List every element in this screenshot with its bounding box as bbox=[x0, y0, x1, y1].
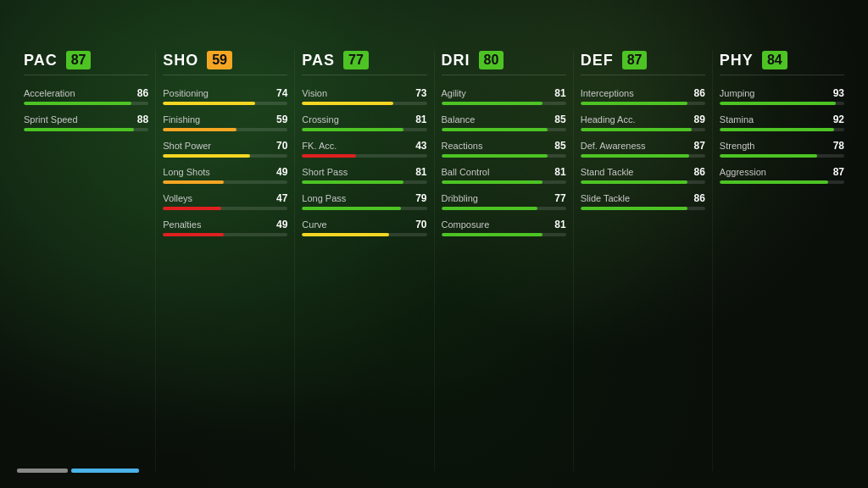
stat-value: 86 bbox=[694, 87, 705, 99]
stat-item: Stand Tackle86 bbox=[581, 166, 705, 184]
stat-bar-fill bbox=[24, 102, 131, 105]
stat-bar-fill bbox=[442, 180, 542, 184]
stat-label: Balance bbox=[442, 114, 476, 125]
stat-bar-fill bbox=[581, 154, 689, 158]
stat-bar-track bbox=[163, 233, 287, 236]
category-score-pas: 77 bbox=[343, 51, 369, 69]
stat-row: Crossing81 bbox=[302, 114, 426, 125]
stat-row: Curve70 bbox=[302, 219, 426, 230]
stat-item: FK. Acc.43 bbox=[302, 140, 426, 158]
stat-label: Slide Tackle bbox=[581, 193, 631, 203]
stat-bar-fill bbox=[581, 180, 688, 184]
stat-value: 86 bbox=[694, 192, 705, 204]
stat-bar-fill bbox=[163, 128, 236, 131]
bottom-bar bbox=[17, 469, 139, 473]
stat-label: Shot Power bbox=[163, 141, 211, 151]
category-def: DEF87Interceptions86Heading Acc.89Def. A… bbox=[574, 51, 713, 471]
stat-row: Jumping93 bbox=[720, 87, 844, 99]
stat-label: Strength bbox=[720, 141, 755, 151]
stat-item: Long Shots49 bbox=[163, 166, 287, 184]
category-header-phy: PHY84 bbox=[720, 51, 844, 75]
stat-bar-fill bbox=[302, 154, 355, 158]
stat-item: Finishing59 bbox=[163, 114, 287, 131]
stat-row: Interceptions86 bbox=[581, 87, 705, 99]
stat-bar-fill bbox=[442, 128, 548, 131]
stat-label: Sprint Speed bbox=[24, 114, 78, 125]
stat-bar-track bbox=[581, 128, 705, 131]
stat-bar-fill bbox=[720, 102, 836, 105]
stat-item: Shot Power70 bbox=[163, 140, 287, 158]
stat-label: Heading Acc. bbox=[581, 114, 636, 125]
stat-item: Vision73 bbox=[302, 87, 426, 105]
category-name-pac: PAC bbox=[24, 52, 58, 69]
stat-value: 77 bbox=[554, 192, 565, 204]
stat-value: 87 bbox=[833, 166, 844, 178]
stat-item: Short Pass81 bbox=[302, 166, 426, 184]
stat-label: Reactions bbox=[442, 141, 483, 151]
stat-value: 81 bbox=[554, 166, 565, 178]
stat-bar-fill bbox=[163, 180, 224, 184]
stat-value: 85 bbox=[554, 114, 565, 125]
stat-bar-track bbox=[442, 180, 566, 184]
stat-value: 86 bbox=[694, 166, 705, 178]
stat-bar-track bbox=[720, 102, 844, 105]
stat-label: Stamina bbox=[720, 114, 754, 125]
stat-row: Short Pass81 bbox=[302, 166, 426, 178]
stat-value: 81 bbox=[554, 219, 565, 230]
stat-bar-track bbox=[163, 102, 287, 105]
stat-row: Heading Acc.89 bbox=[581, 114, 705, 125]
category-score-sho: 59 bbox=[207, 51, 232, 69]
stat-value: 87 bbox=[694, 140, 705, 152]
stat-label: Short Pass bbox=[302, 167, 348, 177]
stat-label: Penalties bbox=[163, 219, 201, 230]
stat-bar-track bbox=[720, 128, 844, 131]
stat-item: Composure81 bbox=[442, 219, 566, 236]
stat-bar-fill bbox=[442, 102, 542, 105]
stat-item: Aggression87 bbox=[720, 166, 844, 184]
category-header-sho: SHO59 bbox=[163, 51, 287, 75]
stat-value: 74 bbox=[276, 87, 287, 99]
stat-value: 85 bbox=[554, 140, 565, 152]
stat-item: Positioning74 bbox=[163, 87, 287, 105]
stat-value: 81 bbox=[415, 166, 426, 178]
category-score-pac: 87 bbox=[66, 51, 92, 69]
stat-label: Finishing bbox=[163, 114, 200, 125]
category-header-dri: DRI80 bbox=[442, 51, 566, 75]
stat-bar-fill bbox=[720, 154, 817, 158]
stat-value: 70 bbox=[415, 219, 426, 230]
stat-item: Strength78 bbox=[720, 140, 844, 158]
stat-row: Aggression87 bbox=[720, 166, 844, 178]
stat-row: Shot Power70 bbox=[163, 140, 287, 152]
stat-item: Acceleration86 bbox=[24, 87, 148, 105]
category-score-phy: 84 bbox=[762, 51, 787, 69]
bottom-segment-1 bbox=[71, 469, 139, 473]
category-name-phy: PHY bbox=[720, 52, 754, 69]
stat-bar-fill bbox=[581, 128, 692, 131]
stat-label: Interceptions bbox=[581, 88, 634, 98]
stat-label: Crossing bbox=[302, 114, 338, 125]
stat-bar-track bbox=[442, 102, 566, 105]
stat-value: 81 bbox=[554, 87, 565, 99]
stat-row: Stand Tackle86 bbox=[581, 166, 705, 178]
stat-label: Composure bbox=[442, 219, 490, 230]
stat-row: Vision73 bbox=[302, 87, 426, 99]
category-phy: PHY84Jumping93Stamina92Strength78Aggress… bbox=[713, 51, 851, 471]
stat-bar-track bbox=[720, 154, 844, 158]
stat-item: Heading Acc.89 bbox=[581, 114, 705, 131]
stat-label: Acceleration bbox=[24, 88, 75, 98]
category-header-pas: PAS77 bbox=[302, 51, 426, 75]
stat-bar-fill bbox=[581, 207, 688, 210]
stat-row: Penalties49 bbox=[163, 219, 287, 230]
stat-bar-track bbox=[302, 233, 426, 236]
stat-item: Stamina92 bbox=[720, 114, 844, 131]
category-score-def: 87 bbox=[622, 51, 648, 69]
stat-label: Volleys bbox=[163, 193, 192, 203]
stat-row: Stamina92 bbox=[720, 114, 844, 125]
stat-bar-fill bbox=[24, 128, 134, 131]
stat-bar-track bbox=[24, 102, 148, 105]
stat-label: Long Shots bbox=[163, 167, 210, 177]
stat-bar-track bbox=[442, 128, 566, 131]
stat-item: Long Pass79 bbox=[302, 192, 426, 210]
stat-label: Positioning bbox=[163, 88, 209, 98]
stat-bar-track bbox=[302, 180, 426, 184]
